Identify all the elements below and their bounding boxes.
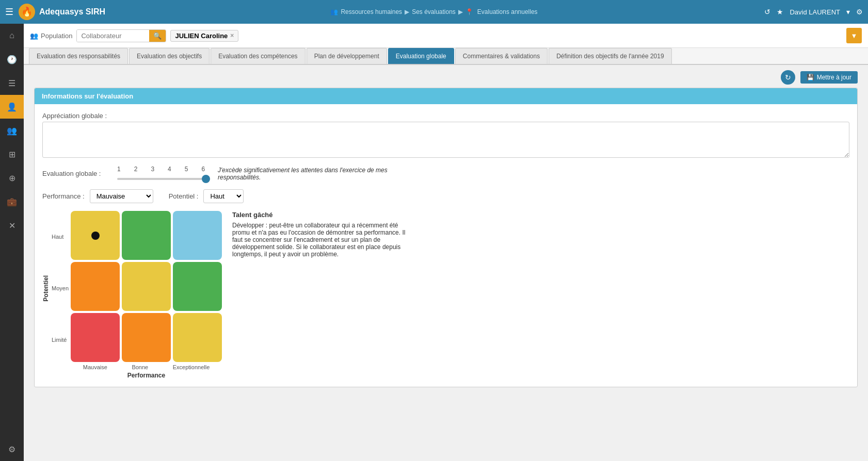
breadcrumb-item-2[interactable]: Ses évaluations [412, 8, 456, 15]
slider-container: 1 2 3 4 5 6 [117, 166, 210, 182]
main-layout: ⌂ 🕐 ☰ 👤 👥 ⊞ ⊕ 💼 ✕ ⚙ 👥 Population 🔍 JULIE… [0, 24, 868, 461]
slider-num-1: 1 [117, 166, 121, 173]
matrix-cell-0-2 [173, 211, 222, 260]
tag-name: JULIEN Caroline [175, 32, 228, 40]
sidebar-item-add[interactable]: ⊕ [0, 166, 24, 190]
appreciation-textarea[interactable] [42, 122, 849, 158]
x-label-bonne: Bonne [132, 364, 148, 370]
matrix-grid-container: Mauvaise Bonne Exceptionnelle Performanc… [71, 211, 222, 379]
appreciation-field: Appréciation globale : [42, 112, 849, 159]
y-axis-label: Potentiel [42, 275, 50, 302]
matrix-area: Potentiel Haut Moyen Limité [42, 211, 849, 379]
tag-close-icon[interactable]: × [230, 32, 234, 39]
tab-evaluation-responsabilites[interactable]: Evaluation des responsabilités [29, 48, 128, 64]
tab-commentaires-validations[interactable]: Commentaires & validations [455, 48, 548, 64]
sidebar-item-person[interactable]: 👤 [0, 95, 24, 119]
app-title: Adequasys SIRH [39, 7, 105, 17]
collaborateur-tag: JULIEN Caroline × [170, 30, 238, 42]
tab-evaluation-globale[interactable]: Evaluation globale [388, 48, 454, 64]
matrix-cell-2-2 [173, 313, 222, 362]
x-axis-label-main: Performance [71, 372, 222, 379]
tab-definition-objectifs-2019[interactable]: Définition des objectifs de l'année 2019 [549, 48, 671, 64]
sidebar-item-briefcase[interactable]: 💼 [0, 190, 24, 213]
tab-plan-developpement[interactable]: Plan de développement [307, 48, 387, 64]
page-content: ↻ 💾 Mettre à jour Informations sur l'éva… [24, 65, 868, 461]
hamburger-menu[interactable]: ☰ [5, 6, 13, 18]
logo-icon: 🔥 [19, 4, 35, 20]
x-label-exceptionnelle: Exceptionnelle [173, 364, 210, 370]
breadcrumb-sep-1: ▶ [405, 8, 409, 15]
y-label-moyen: Moyen [52, 285, 69, 291]
potentiel-label: Potentiel : [169, 192, 199, 200]
matrix-grid [71, 211, 222, 362]
matrix-cell-2-1 [122, 313, 171, 362]
matrix-cell-0-1 [122, 211, 171, 260]
slider-num-4: 4 [168, 166, 171, 173]
description-text: Développer : peut-être un collaborateur … [232, 222, 413, 258]
search-row: 👥 Population 🔍 JULIEN Caroline × ▼ [24, 24, 868, 48]
update-button[interactable]: 💾 Mettre à jour [800, 71, 858, 84]
matrix-cell-1-1 [122, 262, 171, 311]
matrix-dot [91, 232, 100, 240]
user-menu[interactable]: David LAURENT [790, 8, 840, 16]
favorite-icon[interactable]: ★ [777, 8, 783, 16]
tab-evaluation-objectifs[interactable]: Evaluation des objectifs [129, 48, 210, 64]
breadcrumb-item-1[interactable]: Ressources humaines [341, 8, 402, 15]
top-right-actions: ↺ ★ David LAURENT ▾ ⚙ [764, 8, 863, 16]
slider-num-3: 3 [151, 166, 154, 173]
sidebar-item-cross[interactable]: ✕ [0, 213, 24, 237]
x-label-mauvaise: Mauvaise [83, 364, 107, 370]
slider-num-6: 6 [201, 166, 205, 173]
pin-icon: 📍 [465, 8, 473, 15]
breadcrumb-icon: 👥 [330, 8, 338, 15]
sidebar-item-list[interactable]: ☰ [0, 71, 24, 95]
potentiel-row: Potentiel : Limité Moyen Haut [169, 189, 244, 203]
breadcrumb-item-3[interactable]: Evaluations annuelles [477, 8, 538, 15]
info-section: Informations sur l'évaluation Appréciati… [34, 88, 858, 387]
evaluation-globale-row: Evaluation globale : 1 2 3 4 5 6 [42, 166, 849, 182]
slider-num-5: 5 [185, 166, 188, 173]
sidebar-item-settings[interactable]: ⚙ [0, 437, 24, 461]
sidebar-item-grid[interactable]: ⊞ [0, 142, 24, 166]
sidebar-bottom: ⚙ [0, 437, 24, 461]
matrix-cell-0-0 [71, 211, 120, 260]
potentiel-select[interactable]: Limité Moyen Haut [203, 189, 244, 203]
performance-row: Performance : Mauvaise Bonne Exceptionne… [42, 189, 153, 203]
slider-num-2: 2 [134, 166, 138, 173]
matrix-cell-1-2 [173, 262, 222, 311]
refresh-history-icon[interactable]: ↺ [764, 8, 770, 16]
user-chevron-icon[interactable]: ▾ [846, 8, 850, 16]
sidebar-item-group[interactable]: 👥 [0, 119, 24, 142]
evaluation-slider[interactable] [117, 178, 210, 180]
evaluation-globale-label: Evaluation globale : [42, 170, 109, 177]
tab-evaluation-competences[interactable]: Evaluation des compétences [211, 48, 305, 64]
info-section-body: Appréciation globale : Evaluation global… [35, 104, 857, 387]
sidebar-item-home[interactable]: ⌂ [0, 24, 24, 47]
perf-pot-row: Performance : Mauvaise Bonne Exceptionne… [42, 189, 849, 203]
matrix-description: Talent gâché Développer : peut-être un c… [232, 211, 413, 258]
description-title: Talent gâché [232, 211, 413, 219]
info-section-header: Informations sur l'évaluation [35, 88, 857, 104]
y-label-limite: Limité [52, 337, 69, 343]
tab-bar: Evaluation des responsabilités Evaluatio… [24, 48, 868, 65]
population-label: 👥 Population [30, 32, 72, 40]
matrix-cell-1-0 [71, 262, 120, 311]
refresh-button[interactable]: ↻ [781, 70, 795, 85]
action-button[interactable]: ▼ [846, 28, 862, 43]
y-label-haut: Haut [52, 234, 69, 240]
sidebar-item-clock[interactable]: 🕐 [0, 47, 24, 71]
left-sidebar: ⌂ 🕐 ☰ 👤 👥 ⊞ ⊕ 💼 ✕ ⚙ [0, 24, 24, 461]
performance-select[interactable]: Mauvaise Bonne Exceptionnelle [90, 189, 153, 203]
info-section-title: Informations sur l'évaluation [42, 92, 133, 100]
update-icon: 💾 [807, 74, 814, 81]
search-button[interactable]: 🔍 [149, 30, 166, 42]
appreciation-label: Appréciation globale : [42, 112, 849, 120]
slider-text: J'excède significativement les attentes … [218, 167, 424, 181]
population-icon: 👥 [30, 32, 38, 40]
main-content-area: 👥 Population 🔍 JULIEN Caroline × ▼ Evalu… [24, 24, 868, 461]
breadcrumb: 👥 Ressources humaines ▶ Ses évaluations … [330, 8, 537, 15]
search-input[interactable] [77, 30, 149, 42]
top-navbar: ☰ 🔥 Adequasys SIRH 👥 Ressources humaines… [0, 0, 868, 24]
population-text: Population [41, 32, 72, 40]
settings-icon[interactable]: ⚙ [856, 8, 863, 16]
